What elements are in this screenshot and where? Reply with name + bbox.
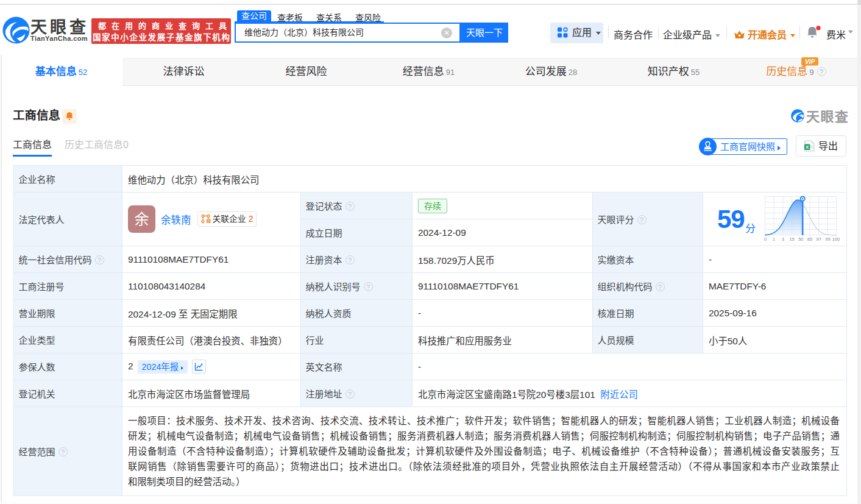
svg-text:1: 1	[773, 236, 775, 242]
svg-text:15: 15	[789, 236, 794, 242]
svg-text:50: 50	[798, 236, 803, 242]
svg-text:100: 100	[832, 236, 840, 242]
svg-text:企: 企	[207, 219, 210, 223]
svg-text:99: 99	[825, 236, 830, 242]
svg-text:85: 85	[807, 236, 812, 242]
svg-text:X: X	[806, 144, 809, 150]
svg-text:97: 97	[817, 236, 821, 242]
svg-text:VIP: VIP	[805, 59, 815, 65]
svg-text:3: 3	[782, 236, 784, 242]
svg-text:0: 0	[764, 236, 767, 242]
